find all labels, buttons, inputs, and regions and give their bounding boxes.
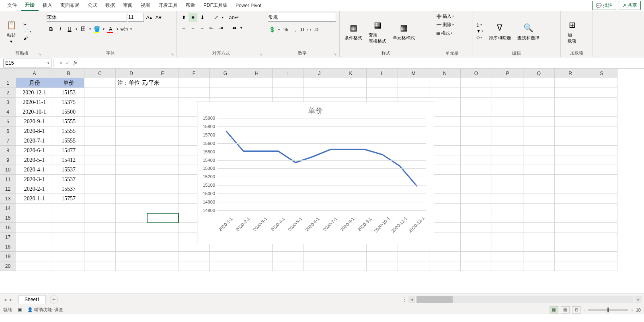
cell-P8[interactable]: [492, 146, 523, 155]
cell-Q14[interactable]: [523, 204, 555, 213]
col-header-C[interactable]: C: [84, 69, 116, 78]
cell-C16[interactable]: [84, 223, 116, 232]
cell-O3[interactable]: [461, 98, 492, 107]
col-header-E[interactable]: E: [147, 69, 178, 78]
col-header-O[interactable]: O: [461, 69, 492, 78]
cell-K19[interactable]: [335, 252, 367, 261]
cell-D4[interactable]: [116, 107, 147, 117]
cell-E8[interactable]: [147, 146, 178, 155]
cell-R10[interactable]: [555, 165, 586, 175]
cell-E20[interactable]: [147, 261, 178, 271]
cell-N2[interactable]: [429, 88, 461, 98]
cell-C15[interactable]: [84, 213, 116, 223]
cell-K1[interactable]: [335, 78, 367, 88]
cell-F1[interactable]: [178, 78, 210, 88]
font-launcher[interactable]: ↘: [171, 52, 174, 56]
cell-B16[interactable]: [53, 223, 84, 232]
cell-Q15[interactable]: [523, 213, 555, 223]
cell-R5[interactable]: [555, 117, 586, 126]
format-cells-button[interactable]: ▦格式▾: [435, 30, 470, 37]
cell-C9[interactable]: [84, 155, 116, 165]
zoom-slider[interactable]: [588, 309, 628, 311]
cell-E13[interactable]: [147, 194, 178, 204]
row-header-13[interactable]: 13: [0, 194, 16, 204]
hscroll-split[interactable]: ⋮: [402, 297, 407, 302]
col-header-A[interactable]: A: [16, 69, 53, 78]
cell-R8[interactable]: [555, 146, 586, 155]
col-header-K[interactable]: K: [335, 69, 367, 78]
wrap-text-button[interactable]: ab↵: [230, 13, 238, 22]
cell-S19[interactable]: [586, 252, 617, 261]
col-header-F[interactable]: F: [178, 69, 210, 78]
cell-R18[interactable]: [555, 242, 586, 252]
delete-cells-button[interactable]: ➖删除▾: [435, 21, 470, 28]
cell-S5[interactable]: [586, 117, 617, 126]
cell-M19[interactable]: [398, 252, 429, 261]
cell-B2[interactable]: 15153: [53, 88, 84, 98]
col-header-M[interactable]: M: [398, 69, 429, 78]
cell-P17[interactable]: [492, 232, 523, 242]
cell-R11[interactable]: [555, 175, 586, 184]
cell-C12[interactable]: [84, 184, 116, 194]
cell-L1[interactable]: [367, 78, 398, 88]
cell-B8[interactable]: 15477: [53, 146, 84, 155]
cell-S2[interactable]: [586, 88, 617, 98]
horizontal-scrollbar[interactable]: [416, 296, 634, 303]
menu-file[interactable]: 文件: [3, 0, 21, 10]
cell-C7[interactable]: [84, 136, 116, 146]
row-header-8[interactable]: 8: [0, 146, 16, 155]
row-header-20[interactable]: 20: [0, 261, 16, 271]
table-format-button[interactable]: ▦套用 表格格式: [366, 18, 389, 45]
row-header-5[interactable]: 5: [0, 117, 16, 126]
cell-R16[interactable]: [555, 223, 586, 232]
cell-D5[interactable]: [116, 117, 147, 126]
conditional-format-button[interactable]: ▦条件格式: [342, 20, 365, 42]
cell-A11[interactable]: 2020-3-1: [16, 175, 53, 184]
cell-E16[interactable]: [147, 223, 178, 232]
cell-D14[interactable]: [116, 204, 147, 213]
cell-C5[interactable]: [84, 117, 116, 126]
cell-H20[interactable]: [241, 261, 273, 271]
cell-J1[interactable]: [304, 78, 335, 88]
cell-A5[interactable]: 2020-9-1: [16, 117, 53, 126]
cell-O17[interactable]: [461, 232, 492, 242]
cell-D10[interactable]: [116, 165, 147, 175]
cell-P5[interactable]: [492, 117, 523, 126]
cell-B11[interactable]: 15537: [53, 175, 84, 184]
cell-H19[interactable]: [241, 252, 273, 261]
cell-A17[interactable]: [16, 232, 53, 242]
cell-C3[interactable]: [84, 98, 116, 107]
menu-powerpivot[interactable]: Power Pivot: [232, 1, 265, 10]
grow-font-button[interactable]: A▴: [145, 13, 154, 22]
cell-O11[interactable]: [461, 175, 492, 184]
cell-R9[interactable]: [555, 155, 586, 165]
cell-S20[interactable]: [586, 261, 617, 271]
cell-E7[interactable]: [147, 136, 178, 146]
cell-R3[interactable]: [555, 98, 586, 107]
cell-P15[interactable]: [492, 213, 523, 223]
cell-R1[interactable]: [555, 78, 586, 88]
cell-A6[interactable]: 2020-8-1: [16, 126, 53, 136]
embedded-chart[interactable]: 单价 1480014900150001510015200153001540015…: [197, 102, 434, 244]
cell-P14[interactable]: [492, 204, 523, 213]
cell-S12[interactable]: [586, 184, 617, 194]
col-header-J[interactable]: J: [304, 69, 335, 78]
cell-R2[interactable]: [555, 88, 586, 98]
row-header-6[interactable]: 6: [0, 126, 16, 136]
cell-E6[interactable]: [147, 126, 178, 136]
normal-view-button[interactable]: ▦: [550, 306, 558, 314]
cell-Q16[interactable]: [523, 223, 555, 232]
cell-Q13[interactable]: [523, 194, 555, 204]
orientation-button[interactable]: ⤢: [211, 13, 220, 22]
cell-O4[interactable]: [461, 107, 492, 117]
cell-K2[interactable]: [335, 88, 367, 98]
comments-button[interactable]: 💬批注: [592, 1, 616, 10]
cell-D20[interactable]: [116, 261, 147, 271]
cell-A9[interactable]: 2020-5-1: [16, 155, 53, 165]
menu-dev[interactable]: 开发工具: [154, 0, 182, 10]
align-middle-button[interactable]: ≡: [189, 13, 197, 22]
cell-C18[interactable]: [84, 242, 116, 252]
cell-P11[interactable]: [492, 175, 523, 184]
cell-H1[interactable]: [241, 78, 273, 88]
font-name-select[interactable]: [47, 13, 127, 22]
